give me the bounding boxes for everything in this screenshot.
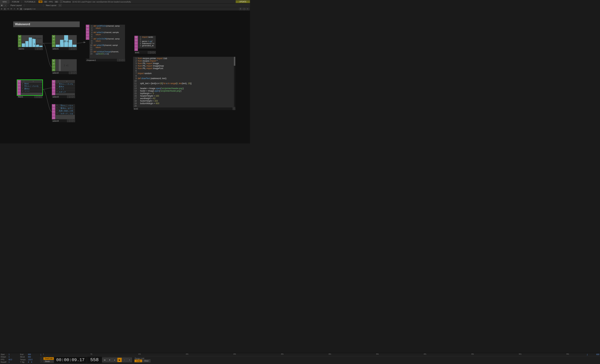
back-icon[interactable]: ⟲ [7, 8, 9, 10]
node-dot-icon[interactable]: · [69, 47, 72, 50]
update-button[interactable]: UPDATE [236, 0, 250, 3]
node-dot-icon[interactable]: · [69, 72, 72, 74]
node-flag-icon[interactable]: ▪ [37, 95, 40, 98]
node-select4[interactable]: ◉ ⬈ ✎ → ⊘ 0『言わんこっちゃ1『夏休み』は子ど2高度に発達した情3『カ… [52, 104, 75, 122]
node-flag-icon[interactable]: ▪ [38, 47, 40, 50]
breadcrumb[interactable]: / project1 / >> [22, 8, 37, 10]
menu-wiki[interactable]: WIKI [0, 0, 9, 4]
node-dot-icon[interactable]: · [67, 120, 70, 122]
node-flag-icon[interactable]: ▪ [72, 47, 74, 50]
scrollbar[interactable] [234, 57, 235, 107]
node-dot-icon[interactable]: · [35, 47, 38, 50]
bypass-icon[interactable]: ⊘ [52, 68, 55, 71]
activate-icon[interactable]: ⬈ [134, 39, 138, 42]
lock-icon[interactable]: → [52, 65, 55, 68]
lock-icon[interactable]: → [52, 41, 55, 44]
node-plus-icon[interactable]: + [153, 51, 156, 54]
node-plus-icon[interactable]: + [233, 108, 235, 110]
plus-icon[interactable]: + [13, 8, 16, 10]
view-icon[interactable]: ◉ [86, 25, 89, 28]
lock-icon[interactable]: ✎ [86, 31, 89, 34]
menu-forum[interactable]: FORUM [9, 0, 22, 4]
node-plus-icon[interactable]: + [72, 120, 75, 122]
bypass-icon[interactable]: ⊘ [52, 92, 55, 95]
lock-icon[interactable]: ✎ [52, 86, 55, 89]
view-icon[interactable]: ◉ [52, 35, 55, 38]
arrow-icon[interactable]: → [52, 113, 55, 116]
bypass-icon[interactable]: ⊘ [17, 92, 21, 95]
network-editor[interactable]: Wakeword ◉ ⬈ → ⊘ 38 num 1 genre oscin1 [0, 11, 250, 143]
oi-badge[interactable]: O|I [38, 0, 42, 3]
view-icon[interactable]: ◉ [52, 80, 55, 83]
node-name: select1 [52, 48, 69, 50]
view-icon[interactable]: ◉ [17, 80, 21, 83]
code-line: 4wakeword = o [138, 42, 156, 45]
arrow-icon[interactable]: → [52, 89, 55, 92]
save-layout-icon[interactable]: ⤓ [4, 4, 7, 7]
activate-icon[interactable]: ⬈ [52, 107, 55, 110]
node-filein1[interactable]: ◉ ⬈ ✎ → ⊘ 00Word1言わんこっちゃな2夏休み3？？？ filein… [17, 80, 42, 98]
node-plus-icon[interactable]: + [74, 72, 77, 74]
node-plus-icon[interactable]: + [72, 95, 75, 98]
arrow-icon[interactable]: → [86, 34, 89, 37]
node-name: chopexec1 [86, 59, 117, 61]
node-flag-icon[interactable]: ▪ [150, 51, 153, 54]
pause-icon[interactable]: ⏸ [0, 8, 3, 10]
layout-icon[interactable]: ▦ [0, 4, 3, 7]
lock-icon[interactable]: ✎ [17, 86, 21, 89]
arrow-icon[interactable]: → [134, 45, 138, 48]
lock-icon[interactable]: ✎ [52, 110, 55, 113]
node-plus-icon[interactable]: + [74, 47, 77, 50]
node-plus-icon[interactable]: + [122, 59, 125, 61]
node-dot-icon[interactable]: · [148, 51, 150, 54]
menu-icon[interactable]: ≡ [246, 8, 249, 10]
node-select1[interactable]: ◉ ⬈ → ⊘ 38 v1 select1 ·▪+ [52, 35, 77, 50]
bypass-icon[interactable]: ⊘ [86, 37, 89, 40]
menu-tutorials[interactable]: TUTORIALS [22, 0, 38, 4]
bypass-icon[interactable]: ⊘ [52, 44, 55, 47]
node-flag-icon[interactable]: ▪ [70, 95, 72, 98]
star-icon[interactable]: ★ [16, 8, 19, 10]
annotation-wakeword[interactable]: Wakeword [13, 21, 80, 27]
lock-icon[interactable]: ✎ [134, 42, 138, 45]
node-text1[interactable]: ◉ ⬈ ✎ → ⊘ 1import rando23genre = op('4wa… [134, 36, 156, 54]
code-line: 10 [133, 80, 235, 82]
node-flag-icon[interactable]: ▪ [70, 120, 72, 122]
node-dot-icon[interactable]: · [67, 95, 70, 98]
node-flag-icon[interactable]: ▪ [120, 59, 122, 61]
forward-icon[interactable]: ⟳ [10, 8, 13, 10]
view-icon[interactable]: ◉ [52, 59, 55, 62]
activate-icon[interactable]: ⬈ [52, 83, 55, 86]
bypass-icon[interactable]: ⊘ [134, 48, 138, 51]
new-layout-button[interactable]: New Layout [45, 4, 58, 6]
activate-icon[interactable]: ⬈ [17, 83, 21, 86]
activate-icon[interactable]: ⬈ [52, 62, 55, 65]
node-dot-icon[interactable]: · [117, 59, 120, 61]
view-icon[interactable]: ◉ [134, 36, 138, 39]
add-layout-icon[interactable]: + [59, 4, 61, 7]
bypass-icon[interactable]: ⊘ [52, 116, 55, 119]
pane-layout-label[interactable]: Pane Layout [9, 4, 23, 6]
node-plus-icon[interactable]: + [40, 47, 43, 50]
view-icon[interactable]: ◉ [18, 35, 21, 38]
lock-icon[interactable]: → [18, 41, 21, 44]
node-flag-icon[interactable]: ▪ [72, 72, 74, 74]
path-icon[interactable]: ▦ [19, 8, 22, 10]
maximize-icon[interactable]: ▢ [243, 8, 245, 10]
node-oscin1[interactable]: ◉ ⬈ → ⊘ 38 num 1 genre oscin1 ·▪+ [18, 35, 43, 50]
realtime-toggle[interactable]: × Realtime [60, 0, 71, 3]
node-chopexec1[interactable]: ◉ ⬈ ✎ → ⊘ 1def onOffToOn(channel, samp2 … [86, 25, 125, 61]
activate-icon[interactable]: ⬈ [18, 38, 21, 41]
arrow-icon[interactable]: → [17, 89, 21, 92]
stop-icon[interactable]: ■ [3, 8, 6, 10]
view-icon[interactable]: ◉ [52, 104, 55, 107]
node-text2-viewer[interactable]: 1from escpos.printer import Usb2from esc… [133, 57, 235, 110]
node-select2[interactable]: ◉ ⬈ → ⊘ 1 v1 select2 ·▪+ [52, 59, 77, 74]
node-dot-icon[interactable]: · [34, 95, 37, 98]
activate-icon[interactable]: ⬈ [52, 38, 55, 41]
scrollbar-thumb[interactable] [234, 57, 235, 66]
node-plus-icon[interactable]: + [40, 95, 42, 98]
node-select3[interactable]: ◉ ⬈ ✎ → ⊘ 00言わんこっちゃな1夏休み2？？？3カポック select… [52, 80, 75, 98]
activate-icon[interactable]: ⬈ [86, 28, 89, 31]
bypass-icon[interactable]: ⊘ [18, 44, 21, 47]
